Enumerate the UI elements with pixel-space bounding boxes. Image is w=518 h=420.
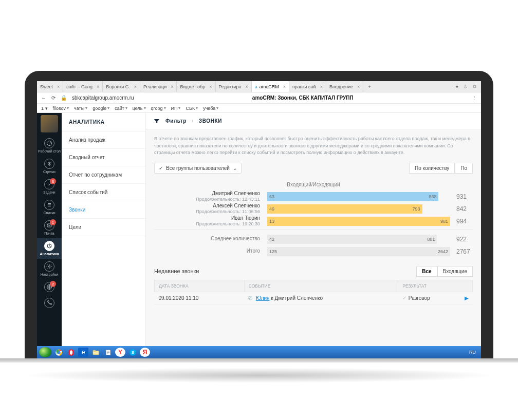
subnav-item[interactable]: Анализ продаж <box>62 131 145 149</box>
rail-extra-2[interactable] <box>37 295 62 311</box>
bar-segment[interactable]: 42881 <box>267 235 437 244</box>
bookmark-item[interactable]: сайт▾ <box>115 106 127 111</box>
bar-segment[interactable]: 13981 <box>267 217 450 226</box>
recent-calls-title: Недавние звонки <box>154 268 199 274</box>
rail-analytics[interactable]: Аналитика <box>37 238 62 259</box>
address-bar: ← ⟳ 🔒 sbkcapitalgroup.amocrm.ru amoCRM: … <box>37 92 481 104</box>
chart-row: Дмитрий СлепченкоПродолжительность: 12:4… <box>154 190 473 203</box>
bookmark-item[interactable]: filosov▾ <box>53 106 69 111</box>
close-icon[interactable]: × <box>97 84 99 89</box>
col-event[interactable]: СОБЫТИЕ <box>244 280 398 292</box>
url-text[interactable]: sbkcapitalgroup.amocrm.ru <box>72 95 134 101</box>
yandex-icon[interactable]: Y <box>115 348 125 357</box>
close-icon[interactable]: × <box>209 84 212 89</box>
bookmark-item[interactable]: СБК▾ <box>186 106 198 111</box>
back-button[interactable]: ← <box>41 95 46 101</box>
chart-row: Алексей СлепченкоПродолжительность: 11:0… <box>154 203 473 215</box>
lock-icon: 🔒 <box>61 95 67 101</box>
bookmark-count[interactable]: 1 ▾ <box>41 106 48 111</box>
downloads-icon[interactable]: ⇩ <box>464 84 468 89</box>
bookmark-item[interactable]: google▾ <box>92 106 109 111</box>
bar-segment[interactable]: 49793 <box>267 204 422 214</box>
skype-icon[interactable]: S <box>127 348 138 357</box>
notification-badge: 8 <box>50 178 56 184</box>
tab-7[interactable]: правки сай× <box>289 81 326 92</box>
favorites-icon[interactable]: ♥ <box>456 84 458 89</box>
subnav-item-active[interactable]: Звонки <box>62 201 145 219</box>
tab-5[interactable]: Редактиро× <box>216 81 252 92</box>
close-icon[interactable]: × <box>57 84 60 89</box>
notification-badge: 1 <box>50 219 56 225</box>
play-icon[interactable]: ▶ <box>465 295 469 301</box>
recent-calls-table: ДАТА ЗВОНКА СОБЫТИЕ РЕЗУЛЬТАТ 09.01.2020… <box>154 280 473 304</box>
rail-mail[interactable]: 1 Почта <box>37 218 62 238</box>
tab-incoming[interactable]: Входящие <box>437 266 473 277</box>
bookmark-item[interactable]: qroog▾ <box>151 106 166 111</box>
close-icon[interactable]: × <box>134 84 137 89</box>
bookmarks-bar: 1 ▾ filosov▾ чаты▾ google▾ сайт▾ цель▾ q… <box>37 104 481 113</box>
tab-3[interactable]: Реализаци× <box>140 81 177 92</box>
chart-summary-row: Среднее количество 42881 922 <box>154 233 473 245</box>
bookmark-item[interactable]: учеба▾ <box>203 106 218 111</box>
subnav-item[interactable]: Цели <box>62 219 145 236</box>
section-title: ЗВОНКИ <box>199 118 222 124</box>
bookmark-item[interactable]: ИП▾ <box>171 106 181 111</box>
rail-tasks[interactable]: 8 Задачи <box>37 177 62 197</box>
by-other-button[interactable]: По <box>455 163 473 174</box>
col-date[interactable]: ДАТА ЗВОНКА <box>155 280 245 292</box>
caller-link[interactable]: Юлия <box>256 295 270 301</box>
bookmark-item[interactable]: чаты▾ <box>74 106 87 111</box>
col-result[interactable]: РЕЗУЛЬТАТ <box>398 280 473 292</box>
tab-8[interactable]: Внедрение× <box>326 81 363 92</box>
rail-settings[interactable]: Настройки <box>37 259 62 279</box>
tab-0[interactable]: Sweet× <box>37 81 63 92</box>
avatar[interactable] <box>41 115 58 132</box>
rail-deals[interactable]: Сделки <box>37 156 62 177</box>
subnav-item[interactable]: Список событий <box>62 184 145 201</box>
bar-segment[interactable]: 1252642 <box>267 247 450 256</box>
svg-rect-10 <box>92 350 95 352</box>
row-total: 994 <box>453 218 473 225</box>
edge-icon[interactable]: e <box>78 348 88 357</box>
tab-all[interactable]: Все <box>416 266 437 277</box>
chart-icon <box>44 241 54 251</box>
subnav-item[interactable]: Отчет по сотрудникам <box>62 166 145 184</box>
tab-6-active[interactable]: aamoCRM× <box>252 81 289 92</box>
start-button[interactable] <box>39 347 51 357</box>
funnel-icon[interactable] <box>153 118 160 125</box>
mail-icon: 1 <box>44 220 54 231</box>
close-icon[interactable]: × <box>171 84 173 89</box>
close-icon[interactable]: × <box>357 84 360 89</box>
yandex2-icon[interactable]: Я <box>140 348 150 357</box>
table-row[interactable]: 09.01.2020 11:10 ✆ Юлия к Дмитрий Слепче… <box>155 292 473 304</box>
close-icon[interactable]: × <box>245 84 248 89</box>
close-icon[interactable]: × <box>283 84 286 89</box>
filter-label[interactable]: Фильтр <box>165 118 187 124</box>
subnav-title: АНАЛИТИКА <box>62 113 145 131</box>
reload-button[interactable]: ⟳ <box>51 95 55 101</box>
bookmark-item[interactable]: цель▾ <box>133 106 146 111</box>
chevron-right-icon: › <box>192 118 194 124</box>
by-count-button[interactable]: По количеству <box>409 163 455 174</box>
sidebar-icon[interactable]: ⧉ <box>473 84 476 89</box>
tab-4[interactable]: Виджет обр× <box>177 81 215 92</box>
notes-icon[interactable] <box>103 348 113 357</box>
filter-bar: Фильтр › ЗВОНКИ <box>146 113 481 129</box>
tab-1[interactable]: сайт – Goog× <box>63 81 103 92</box>
close-icon[interactable]: × <box>320 84 323 89</box>
subnav-item[interactable]: Сводный отчет <box>62 149 145 166</box>
tab-2[interactable]: Воронки С.× <box>103 81 140 92</box>
rail-lists[interactable]: Списки <box>37 197 62 218</box>
chevron-down-icon: ⌄ <box>233 165 237 171</box>
chart-row: Иван ТюринПродолжительность: 19:20:30 13… <box>154 215 473 227</box>
chrome-icon[interactable] <box>53 348 64 357</box>
opera-icon[interactable] <box>66 348 76 357</box>
bar-segment[interactable]: 63868 <box>267 192 438 201</box>
explorer-icon[interactable] <box>90 348 101 357</box>
new-tab-button[interactable]: + <box>363 81 376 92</box>
group-select[interactable]: ✓ Все группы пользователей ⌄ <box>154 163 242 174</box>
menu-icon[interactable]: ⋮ <box>472 95 477 101</box>
language-indicator[interactable]: RU <box>469 350 479 355</box>
rail-desk[interactable]: Рабочий стол <box>37 136 62 156</box>
rail-extra-1[interactable]: 2 <box>37 279 62 295</box>
